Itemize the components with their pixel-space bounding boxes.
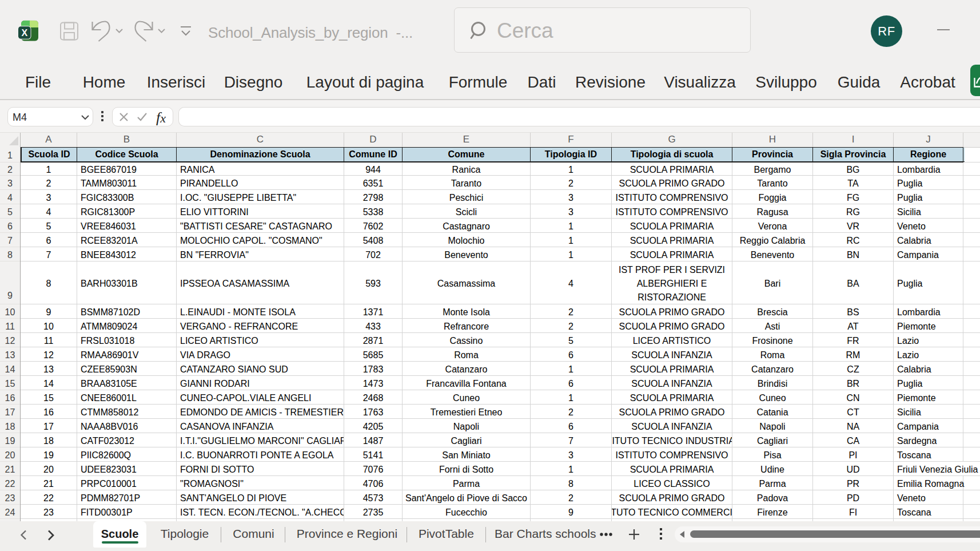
svg-text:X: X (22, 28, 28, 38)
